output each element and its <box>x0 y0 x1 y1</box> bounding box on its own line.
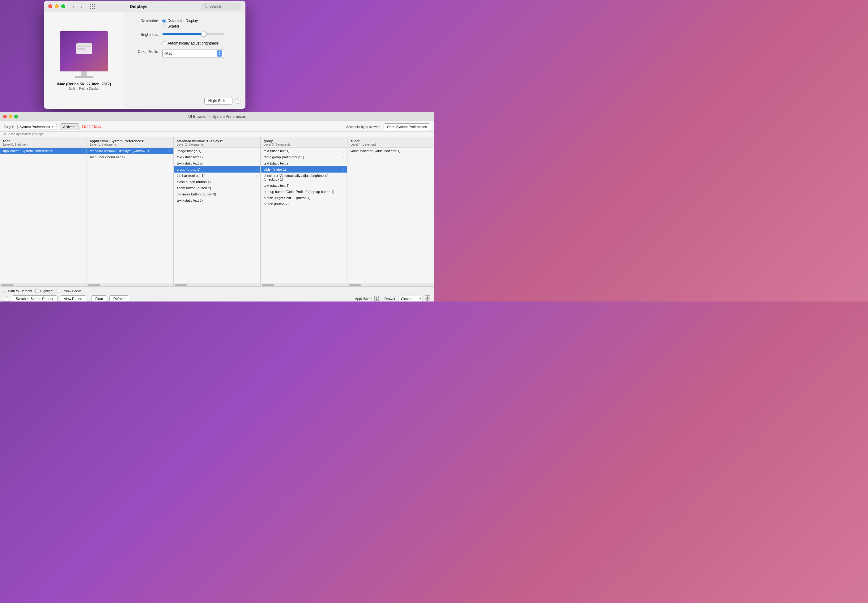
list-item[interactable]: slider (slider 1) › <box>261 166 347 173</box>
col-root-header: root Level 0: 1 element <box>0 137 86 148</box>
auto-brightness-checkbox[interactable] <box>162 42 166 45</box>
help-button[interactable]: ? <box>235 98 241 104</box>
uib-minimize-button[interactable] <box>9 115 12 118</box>
color-profile-arrows[interactable]: ▲ ▼ <box>217 50 222 57</box>
follow-focus-checkbox[interactable] <box>57 289 60 293</box>
close-button[interactable] <box>48 4 52 8</box>
brightness-slider[interactable] <box>162 33 224 35</box>
list-item[interactable]: text (static text 2) <box>174 160 260 166</box>
list-item[interactable]: radio group (radio group 1) › <box>261 154 347 160</box>
col-window-header: standard window "Displays" Level 2: 9 el… <box>174 137 260 148</box>
item-text: zoom button (button 2) <box>177 186 211 190</box>
stepper-up-button[interactable]: ▲ <box>425 295 430 299</box>
list-item[interactable]: button "Night Shift..." (button 1) <box>261 195 347 201</box>
brightness-label: Brightness: <box>130 32 159 37</box>
item-text: checkbox "Automatically adjust brightnes… <box>264 174 344 181</box>
list-item[interactable]: text (static text 1) <box>174 154 260 160</box>
drawer-select[interactable]: Closed <box>398 295 423 302</box>
uib-maximize-button[interactable] <box>14 115 18 118</box>
list-item[interactable]: image (image 1) <box>174 148 260 154</box>
back-button[interactable]: ‹ <box>70 3 77 10</box>
stepper-down-button[interactable]: ▼ <box>425 299 430 302</box>
highlight-checkbox[interactable] <box>35 289 39 293</box>
color-profile-select[interactable]: iMac ▲ ▼ <box>162 49 224 58</box>
col-root-subtitle: Level 0: 1 element <box>3 143 83 146</box>
view-report-button[interactable]: View Report <box>60 295 86 302</box>
item-text: slider (slider 1) <box>264 168 286 171</box>
window-content: iMac (Retina 5K, 27-inch, 2017) Built-in… <box>44 12 246 109</box>
search-input[interactable] <box>209 4 240 9</box>
scrollbar-h-window[interactable] <box>174 284 260 286</box>
ui-browser: UI Browser — System Preferences Target: … <box>0 112 434 302</box>
item-text: pop up button "Color Profile:" (pop up b… <box>264 190 334 193</box>
scrollbar-h-app[interactable] <box>87 284 173 286</box>
help-circle-button[interactable]: ? <box>4 296 9 302</box>
item-text: value indicator (value indicator 1) <box>351 149 400 153</box>
item-text: text (static text 3) <box>177 198 203 202</box>
list-item[interactable]: pop up button "Color Profile:" (pop up b… <box>261 189 347 195</box>
auto-brightness-label-spacer <box>130 40 159 41</box>
resolution-default-option[interactable]: Default for Display <box>162 19 240 23</box>
list-item[interactable]: button (button 2) <box>261 201 347 207</box>
list-item[interactable]: menu bar (menu bar 1) › <box>87 154 173 160</box>
scrollbar-h-slider[interactable] <box>348 284 434 286</box>
color-profile-row: Color Profile: iMac ▲ ▼ <box>130 49 240 58</box>
float-button[interactable]: Float <box>91 295 107 302</box>
maximize-button[interactable] <box>61 4 65 8</box>
list-item[interactable]: minimize button (button 3) <box>174 191 260 197</box>
list-item[interactable]: text (static text 2) <box>261 160 347 166</box>
resolution-scaled-option[interactable]: Scaled <box>162 24 240 28</box>
auto-brightness-label: Automatically adjust brightness <box>168 41 219 45</box>
resolution-control: Default for Display Scaled <box>162 19 240 28</box>
drawer-select-wrapper[interactable]: Closed ▼ <box>398 295 423 302</box>
col-app-header: application "System Preferences" Level 1… <box>87 137 173 148</box>
resolution-default-radio[interactable] <box>162 19 166 23</box>
list-item[interactable]: close button (button 1) <box>174 179 260 185</box>
night-shift-button[interactable]: Night Shift... <box>204 97 232 105</box>
column-application: application "System Preferences" Level 1… <box>87 137 174 286</box>
open-system-preferences-button[interactable]: Open System Preferences <box>384 124 430 130</box>
refresh-button[interactable]: Refresh <box>110 295 130 302</box>
scroll-handle <box>349 284 361 286</box>
target-select[interactable]: System Preferences ▼ <box>17 124 57 130</box>
scrollbar-h-root[interactable] <box>0 284 86 286</box>
scrollbar-h-group[interactable] <box>261 284 347 286</box>
resolution-scaled-radio[interactable] <box>162 25 166 28</box>
target-arrow-icon: ▼ <box>51 125 54 128</box>
list-item[interactable]: checkbox "Automatically adjust brightnes… <box>261 173 347 182</box>
applescript-select-arrows[interactable]: ▲ ▼ <box>374 295 379 302</box>
list-item[interactable]: toolbar (tool bar 1) › <box>174 173 260 179</box>
auto-brightness-checkbox-row[interactable]: Automatically adjust brightness <box>162 41 219 45</box>
imac-monitor <box>60 31 108 71</box>
list-item[interactable]: standard window "Displays" (window 1) › <box>87 148 173 154</box>
list-item[interactable]: group (group 1) › <box>174 166 260 173</box>
item-text: standard window "Displays" (window 1) <box>90 149 149 153</box>
col-root-items: application "System Preferences" › <box>0 148 86 284</box>
bottom-row2: ? Switch to Screen Reader View Report Fl… <box>4 295 430 302</box>
brightness-thumb[interactable] <box>201 31 206 37</box>
color-profile-value: iMac <box>164 51 216 56</box>
drawer-stepper[interactable]: ▲ ▼ <box>425 295 430 302</box>
minimize-button[interactable] <box>55 4 59 8</box>
uib-close-button[interactable] <box>3 115 7 118</box>
list-item[interactable]: application "System Preferences" › <box>0 148 86 154</box>
col-group-subtitle: Level 3: 9 elements <box>264 143 344 146</box>
follow-focus-label: Follow Focus <box>62 289 82 293</box>
highlight-checkbox-label[interactable]: Highlight <box>35 289 54 293</box>
list-item[interactable]: zoom button (button 2) <box>174 185 260 191</box>
search-box[interactable]: 🔍 <box>201 3 241 10</box>
item-text: application "System Preferences" <box>3 149 54 153</box>
activate-button[interactable]: Activate <box>60 124 79 130</box>
resolution-scaled-label: Scaled <box>168 24 179 28</box>
item-text: group (group 1) <box>177 168 200 171</box>
col-group-header: group Level 3: 9 elements <box>261 137 347 148</box>
resolution-default-label: Default for Display <box>168 19 198 23</box>
item-text: text (static text 2) <box>177 161 203 165</box>
col-window-subtitle: Level 2: 9 elements <box>177 143 257 146</box>
list-item[interactable]: text (static text 3) <box>174 197 260 204</box>
list-item[interactable]: text (static text 1) <box>261 148 347 154</box>
switch-to-screen-reader-button[interactable]: Switch to Screen Reader <box>12 295 57 302</box>
follow-focus-checkbox-label[interactable]: Follow Focus <box>57 289 82 293</box>
list-item[interactable]: text (static text 3) <box>261 182 347 189</box>
list-item[interactable]: value indicator (value indicator 1) <box>348 148 434 154</box>
